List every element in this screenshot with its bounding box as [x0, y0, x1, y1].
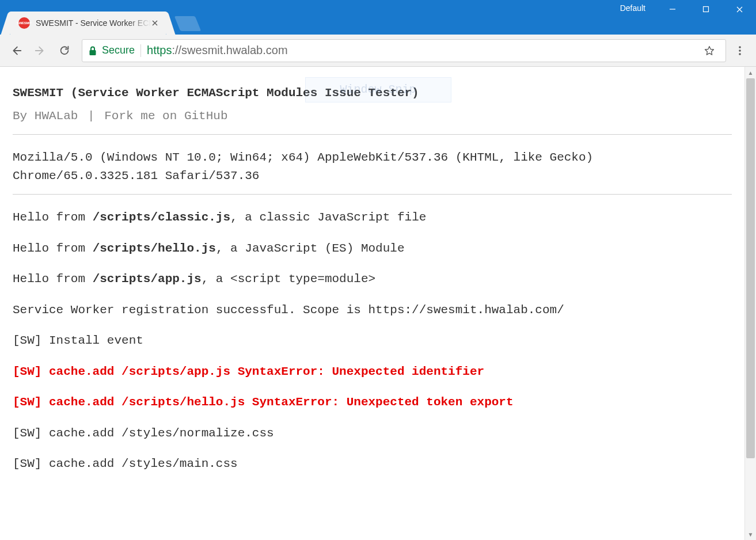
scroll-down-arrow[interactable]: ▼ [745, 528, 756, 540]
lock-icon [88, 45, 97, 56]
svg-point-2 [739, 46, 741, 48]
svg-point-3 [739, 50, 741, 52]
log-line: [SW] cache.add /styles/normalize.css [13, 424, 732, 443]
log-line-error: [SW] cache.add /scripts/app.js SyntaxErr… [13, 363, 732, 381]
tab-title: SWESMIT - Service Worker ECMAScript Modu… [36, 18, 151, 28]
secure-label: Secure [102, 44, 135, 56]
profile-label[interactable]: Default [610, 0, 656, 18]
close-window-button[interactable] [723, 0, 756, 18]
tab-active[interactable]: SWESMIT SWESMIT - Service Worker ECMAScr… [10, 12, 166, 35]
byline: By HWALab | Fork me on GitHub [13, 107, 732, 126]
svg-rect-1 [90, 50, 96, 55]
url-text: https://swesmit.hwalab.com [147, 44, 693, 57]
tab-strip: SWESMIT SWESMIT - Service Worker ECMAScr… [0, 0, 198, 35]
tab-close-button[interactable] [151, 19, 159, 27]
log-line: [SW] Install event [13, 332, 732, 350]
separator [140, 44, 141, 57]
divider [13, 134, 732, 135]
page-title: SWESMIT (Service Worker ECMAScript Modul… [13, 84, 732, 102]
divider [13, 194, 732, 195]
reload-button[interactable] [54, 40, 75, 61]
window-controls: Default [610, 0, 756, 18]
log-line-error: [SW] cache.add /scripts/hello.js SyntaxE… [13, 393, 732, 412]
log-line: Hello from /scripts/app.js, a <script ty… [13, 270, 732, 288]
address-bar[interactable]: Secure https://swesmit.hwalab.com [82, 39, 726, 62]
scroll-up-arrow[interactable]: ▲ [745, 67, 756, 78]
back-button[interactable] [6, 40, 26, 61]
maximize-button[interactable] [689, 0, 723, 18]
favicon: SWESMIT [18, 17, 30, 29]
user-agent-text: Mozilla/5.0 (Windows NT 10.0; Win64; x64… [13, 149, 732, 185]
log-line: Hello from /scripts/hello.js, a JavaScri… [13, 239, 732, 258]
vertical-scrollbar[interactable]: ▲ ▼ [744, 67, 756, 540]
author-link[interactable]: HWALab [35, 109, 78, 123]
svg-rect-0 [704, 7, 709, 12]
forward-button[interactable] [30, 40, 51, 61]
chrome-menu-button[interactable] [730, 40, 750, 61]
page-content: Window Snip SWESMIT (Service Worker ECMA… [0, 67, 744, 540]
new-tab-button[interactable] [174, 16, 202, 31]
log-line: [SW] cache.add /styles/main.css [13, 455, 732, 473]
toolbar: Secure https://swesmit.hwalab.com [0, 35, 756, 67]
scroll-thumb[interactable] [746, 78, 755, 458]
bookmark-star-button[interactable] [699, 40, 720, 61]
svg-point-4 [739, 53, 741, 55]
minimize-button[interactable] [656, 0, 689, 18]
fork-link[interactable]: Fork me on GitHub [104, 109, 227, 123]
scroll-track[interactable] [745, 78, 756, 528]
log-line: Hello from /scripts/classic.js, a classi… [13, 208, 732, 227]
viewport-wrap: Window Snip SWESMIT (Service Worker ECMA… [0, 67, 756, 540]
titlebar: SWESMIT SWESMIT - Service Worker ECMAScr… [0, 0, 756, 35]
log-line: Service Worker registration successful. … [13, 301, 732, 320]
browser-window: SWESMIT SWESMIT - Service Worker ECMAScr… [0, 0, 756, 540]
security-indicator[interactable]: Secure [88, 44, 135, 56]
